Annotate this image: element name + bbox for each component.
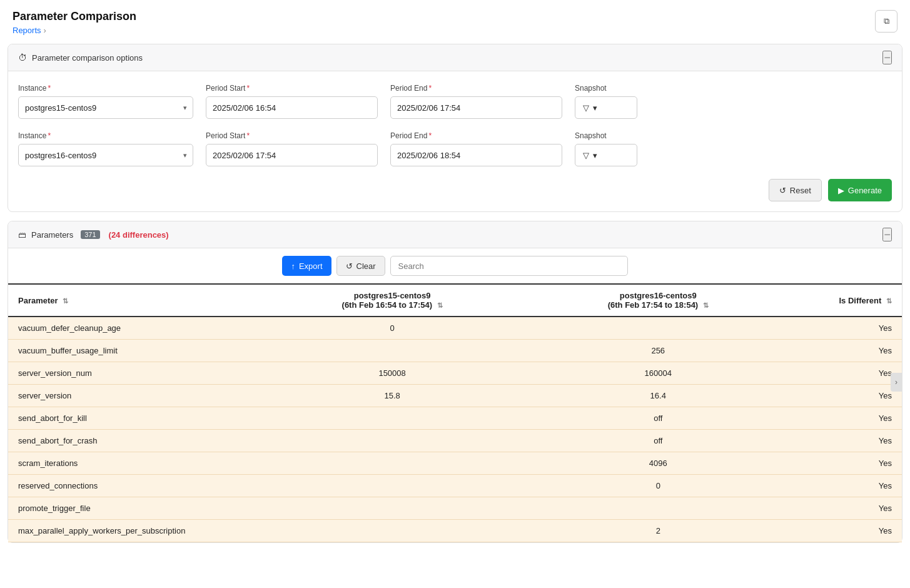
search-input[interactable] xyxy=(390,256,628,276)
table-wrapper: Parameter ⇅ postgres15-centos9 (6th Feb … xyxy=(8,283,902,542)
params-diff-label: (24 differences) xyxy=(109,230,169,240)
period-start-label-2: Period Start* xyxy=(206,131,378,140)
export-icon: ↑ xyxy=(291,261,295,271)
page-header: Parameter Comparison Reports › ⧉ xyxy=(0,0,910,35)
snapshot-button-2[interactable]: ▽ ▾ xyxy=(575,144,637,166)
snapshot-label-2: Snapshot xyxy=(575,131,637,140)
table-row: promote_trigger_file Yes xyxy=(8,497,902,520)
clear-button[interactable]: ↺ Clear xyxy=(336,256,385,276)
instance-field-1: Instance* postgres15-centos9 postgres16-… xyxy=(18,84,193,119)
table-row: reserved_connections 0 Yes xyxy=(8,475,902,497)
params-collapse-button[interactable]: − xyxy=(882,228,892,241)
col-pg16-title: postgres16-centos9 xyxy=(535,291,781,300)
cell-param: reserved_connections xyxy=(8,475,260,497)
pg16-sort-icon[interactable]: ⇅ xyxy=(703,302,709,310)
params-section-title: 🗃 Parameters 371 (24 differences) xyxy=(18,230,169,240)
period-end-field-1: Period End* xyxy=(390,84,562,119)
instance-select-wrapper-1: postgres15-centos9 postgres16-centos9 xyxy=(18,96,193,119)
table-row: max_parallel_apply_workers_per_subscript… xyxy=(8,520,902,542)
cell-pg16: 256 xyxy=(525,340,791,362)
cell-is-diff: Yes xyxy=(791,362,902,385)
copy-button[interactable]: ⧉ xyxy=(875,10,897,33)
pg15-sort-icon[interactable]: ⇅ xyxy=(437,302,443,310)
generate-icon: ▶ xyxy=(838,186,844,195)
cell-param: vacuum_defer_cleanup_age xyxy=(8,317,260,340)
options-title-text: Parameter comparison options xyxy=(32,53,143,63)
table-header-row: Parameter ⇅ postgres15-centos9 (6th Feb … xyxy=(8,284,902,317)
table-row: server_version_num 150008 160004 Yes xyxy=(8,362,902,385)
period-start-field-2: Period Start* xyxy=(206,131,378,166)
params-title-text: Parameters xyxy=(31,230,73,240)
period-end-input-1[interactable] xyxy=(390,96,562,119)
period-end-input-2[interactable] xyxy=(390,144,562,166)
page-title: Parameter Comparison xyxy=(13,10,136,23)
period-end-label-2: Period End* xyxy=(390,131,562,140)
options-section-title: ⏱ Parameter comparison options xyxy=(18,53,143,63)
snapshot-btn-arrow-2: ▾ xyxy=(593,151,597,160)
col-pg16-subtitle: (6th Feb 17:54 to 18:54) ⇅ xyxy=(535,300,781,310)
copy-icon: ⧉ xyxy=(884,16,889,26)
cell-is-diff: Yes xyxy=(791,385,902,407)
param-sort-icon[interactable]: ⇅ xyxy=(63,297,68,305)
cell-pg15: 0 xyxy=(260,317,525,340)
filter-icon-1: ▽ xyxy=(583,103,589,113)
table-row: server_version 15.8 16.4 Yes xyxy=(8,385,902,407)
instance-field-2: Instance* postgres15-centos9 postgres16-… xyxy=(18,131,193,166)
generate-button[interactable]: ▶ Generate xyxy=(828,179,892,201)
breadcrumb-reports-link[interactable]: Reports xyxy=(13,26,41,35)
breadcrumb: Reports › xyxy=(13,26,136,35)
snapshot-button-1[interactable]: ▽ ▾ xyxy=(575,96,637,119)
params-table-body: vacuum_defer_cleanup_age 0 Yes vacuum_bu… xyxy=(8,317,902,542)
snapshot-field-2: Snapshot ▽ ▾ xyxy=(575,131,637,166)
cell-param: max_parallel_apply_workers_per_subscript… xyxy=(8,520,260,542)
cell-is-diff: Yes xyxy=(791,475,902,497)
instance-select-1[interactable]: postgres15-centos9 postgres16-centos9 xyxy=(18,96,193,119)
reset-button[interactable]: ↺ Reset xyxy=(769,179,822,201)
table-row: vacuum_defer_cleanup_age 0 Yes xyxy=(8,317,902,340)
period-end-field-2: Period End* xyxy=(390,131,562,166)
instance-select-2[interactable]: postgres15-centos9 postgres16-centos9 xyxy=(18,144,193,166)
breadcrumb-separator: › xyxy=(44,26,46,35)
period-start-input-1[interactable] xyxy=(206,96,378,119)
cell-pg15 xyxy=(260,475,525,497)
col-pg15-subtitle: (6th Feb 16:54 to 17:54) ⇅ xyxy=(270,300,515,310)
cell-pg16: off xyxy=(525,407,791,430)
table-row: send_abort_for_kill off Yes xyxy=(8,407,902,430)
table-row: send_abort_for_crash off Yes xyxy=(8,430,902,452)
snapshot-btn-arrow-1: ▾ xyxy=(593,103,597,113)
cell-param: vacuum_buffer_usage_limit xyxy=(8,340,260,362)
diff-sort-icon[interactable]: ⇅ xyxy=(886,297,892,305)
col-header-param: Parameter ⇅ xyxy=(8,284,260,317)
form-row-1: Instance* postgres15-centos9 postgres16-… xyxy=(18,84,892,119)
clear-icon: ↺ xyxy=(346,261,353,271)
export-button[interactable]: ↑ Export xyxy=(282,256,331,276)
period-start-input-2[interactable] xyxy=(206,144,378,166)
snapshot-label-1: Snapshot xyxy=(575,84,637,93)
cell-pg15: 150008 xyxy=(260,362,525,385)
cell-pg16: off xyxy=(525,430,791,452)
params-count-badge: 371 xyxy=(81,230,99,239)
period-start-field-1: Period Start* xyxy=(206,84,378,119)
instance-select-wrapper-2: postgres15-centos9 postgres16-centos9 xyxy=(18,144,193,166)
form-actions: ↺ Reset ▶ Generate xyxy=(8,179,902,211)
cell-pg15 xyxy=(260,430,525,452)
page: Parameter Comparison Reports › ⧉ ⏱ Param… xyxy=(0,0,910,588)
cell-is-diff: Yes xyxy=(791,317,902,340)
col-header-diff: Is Different ⇅ xyxy=(791,284,902,317)
options-collapse-button[interactable]: − xyxy=(882,51,892,64)
cell-is-diff: Yes xyxy=(791,520,902,542)
export-label: Export xyxy=(299,261,323,271)
header-left: Parameter Comparison Reports › xyxy=(13,10,136,35)
clear-label: Clear xyxy=(356,261,376,271)
table-row: scram_iterations 4096 Yes xyxy=(8,452,902,475)
cell-is-diff: Yes xyxy=(791,430,902,452)
params-section-header: 🗃 Parameters 371 (24 differences) − xyxy=(8,221,902,248)
col-header-pg16: postgres16-centos9 (6th Feb 17:54 to 18:… xyxy=(525,284,791,317)
instance-label-1: Instance* xyxy=(18,84,193,93)
cell-param: send_abort_for_kill xyxy=(8,407,260,430)
right-collapse-handle[interactable]: › xyxy=(891,373,902,392)
cell-is-diff: Yes xyxy=(791,340,902,362)
instance-label-2: Instance* xyxy=(18,131,193,140)
clock-icon: ⏱ xyxy=(18,53,27,63)
cell-param: send_abort_for_crash xyxy=(8,430,260,452)
